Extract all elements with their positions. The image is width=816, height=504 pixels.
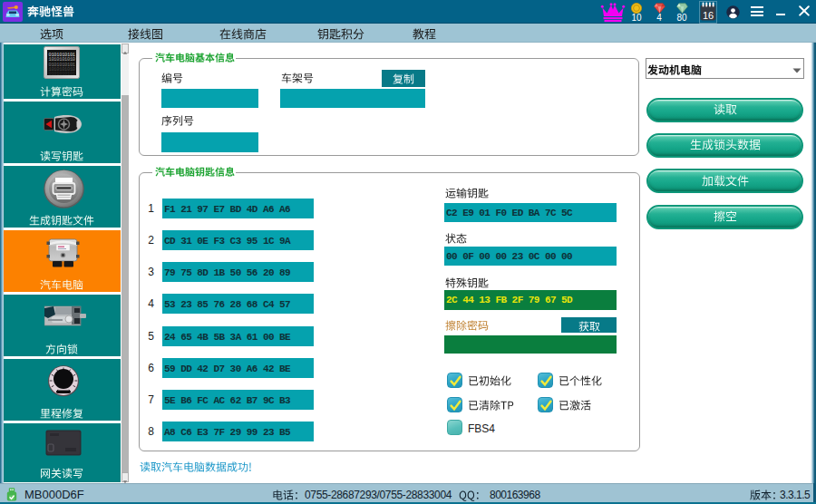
svg-text:0101010101: 0101010101 [49, 72, 75, 77]
